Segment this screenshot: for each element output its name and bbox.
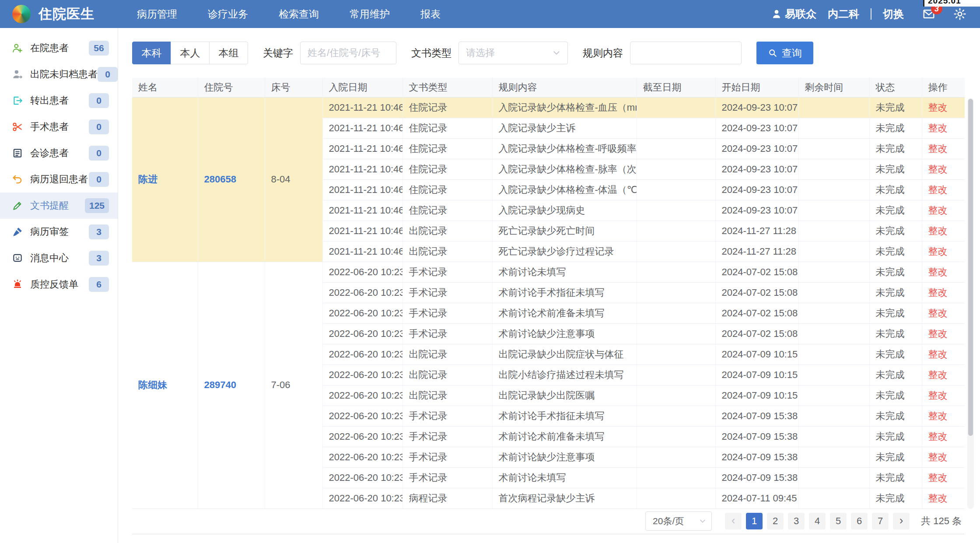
tab-this-department[interactable]: 本科	[132, 42, 171, 64]
sidebar-item-label: 出院未归档患者	[30, 68, 98, 81]
due-date-cell	[637, 344, 715, 364]
page-button-4[interactable]: 4	[809, 513, 826, 529]
settings-button[interactable]	[953, 7, 967, 21]
remaining-time-cell	[798, 282, 869, 303]
sidebar-item-count: 3	[89, 224, 109, 239]
scrollbar-thumb[interactable]	[968, 99, 973, 436]
col-start-date: 开始日期	[715, 78, 798, 97]
due-date-cell	[637, 200, 715, 221]
action-link[interactable]: 整改	[922, 447, 965, 467]
table-row: 陈进2806588-042021-11-21 10:46住院记录入院记录缺少体格…	[132, 97, 965, 118]
page-button-5[interactable]: 5	[830, 513, 847, 529]
start-date-cell: 2024-07-02 15:08	[715, 282, 798, 303]
action-link[interactable]: 整改	[922, 282, 965, 303]
search-button[interactable]: 查询	[756, 42, 813, 64]
start-date-cell: 2024-07-02 15:08	[715, 262, 798, 282]
pagination-bar: 20条/页 ‹ 1234567 › 共 125 条	[132, 509, 964, 534]
page-button-2[interactable]: 2	[767, 513, 784, 529]
page-button-6[interactable]: 6	[851, 513, 868, 529]
sidebar-item-inpatients[interactable]: 在院患者 56	[0, 35, 118, 61]
action-link[interactable]: 整改	[922, 467, 965, 488]
col-status: 状态	[869, 78, 922, 97]
menu-item-maintenance[interactable]: 常用维护	[334, 0, 405, 28]
patient-name-link[interactable]: 陈进	[132, 97, 198, 262]
admit-date-cell: 2021-11-21 10:46	[322, 159, 402, 179]
action-link[interactable]: 整改	[922, 97, 965, 118]
table-header-row: 姓名 住院号 床号 入院日期 文书类型 规则内容 截至日期 开始日期 剩余时间 …	[132, 78, 965, 97]
action-link[interactable]: 整改	[922, 221, 965, 241]
admit-date-cell: 2022-06-20 10:23	[322, 406, 402, 426]
admission-no-link[interactable]: 289740	[198, 262, 265, 508]
rule-content-cell: 出院记录缺少出院症状与体征	[492, 344, 637, 364]
sidebar-item-surgery-patients[interactable]: 手术患者 0	[0, 114, 118, 140]
page-button-3[interactable]: 3	[788, 513, 805, 529]
sidebar-item-count: 0	[89, 93, 109, 108]
admit-date-cell: 2021-11-21 10:46	[322, 221, 402, 241]
user-menu[interactable]: 易联众	[771, 7, 816, 21]
doc-type-select[interactable]: 请选择	[458, 42, 568, 64]
action-link[interactable]: 整改	[922, 241, 965, 262]
action-link[interactable]: 整改	[922, 303, 965, 323]
due-date-cell	[637, 221, 715, 241]
sidebar-item-returned-records[interactable]: 病历退回患者 0	[0, 166, 118, 193]
action-link[interactable]: 整改	[922, 200, 965, 221]
admission-no-link[interactable]: 280658	[198, 97, 265, 262]
remaining-time-cell	[798, 467, 869, 488]
action-link[interactable]: 整改	[922, 118, 965, 138]
menu-item-reports[interactable]: 报表	[405, 0, 456, 28]
action-link[interactable]: 整改	[922, 262, 965, 282]
menu-item-search[interactable]: 检索查询	[263, 0, 334, 28]
status-cell: 未完成	[869, 344, 922, 364]
sidebar-item-doc-reminders[interactable]: 文书提醒 125	[0, 193, 118, 219]
action-link[interactable]: 整改	[922, 364, 965, 385]
action-link[interactable]: 整改	[922, 138, 965, 159]
menu-item-records[interactable]: 病历管理	[122, 0, 192, 28]
due-date-cell	[637, 488, 715, 508]
prev-page-button[interactable]: ‹	[725, 513, 742, 529]
due-date-cell	[637, 179, 715, 200]
sidebar-item-message-center[interactable]: 消息中心 3	[0, 245, 118, 271]
admit-date-cell: 2022-06-20 10:23	[322, 303, 402, 323]
action-link[interactable]: 整改	[922, 159, 965, 179]
status-cell: 未完成	[869, 282, 922, 303]
status-cell: 未完成	[869, 97, 922, 118]
doc-type-cell: 住院记录	[402, 138, 492, 159]
action-link[interactable]: 整改	[922, 488, 965, 508]
page-button-1[interactable]: 1	[746, 513, 763, 529]
action-link[interactable]: 整改	[922, 323, 965, 344]
tab-my-group[interactable]: 本组	[209, 42, 248, 64]
tab-mine[interactable]: 本人	[171, 42, 210, 64]
sidebar-item-transferred-out[interactable]: 转出患者 0	[0, 88, 118, 114]
start-date-cell: 2024-07-09 10:15	[715, 344, 798, 364]
start-date-cell: 2024-07-09 10:15	[715, 364, 798, 385]
action-link[interactable]: 整改	[922, 179, 965, 200]
switch-button[interactable]: 切换	[883, 7, 904, 21]
doc-type-cell: 病程记录	[402, 488, 492, 508]
pen-nib-icon	[11, 226, 24, 238]
remaining-time-cell	[798, 159, 869, 179]
keyword-input[interactable]	[300, 42, 396, 64]
due-date-cell	[637, 138, 715, 159]
action-link[interactable]: 整改	[922, 406, 965, 426]
page-button-7[interactable]: 7	[872, 513, 889, 529]
menu-item-clinical[interactable]: 诊疗业务	[192, 0, 263, 28]
doc-type-cell: 手术记录	[402, 426, 492, 447]
reminder-table: 姓名 住院号 床号 入院日期 文书类型 规则内容 截至日期 开始日期 剩余时间 …	[132, 78, 964, 509]
sidebar-item-consultation-patients[interactable]: 会诊患者 0	[0, 140, 118, 166]
rule-input[interactable]	[630, 42, 742, 64]
table-scrollbar[interactable]	[967, 98, 974, 509]
col-rule: 规则内容	[492, 78, 637, 97]
sidebar-item-discharged-unarchived[interactable]: 出院未归档患者 0	[0, 61, 118, 88]
action-link[interactable]: 整改	[922, 344, 965, 364]
rule-content-cell: 入院记录缺少体格检查-血压（mm...	[492, 97, 637, 118]
page-size-select[interactable]: 20条/页	[645, 511, 712, 531]
action-link[interactable]: 整改	[922, 426, 965, 447]
next-page-button[interactable]: ›	[893, 513, 910, 529]
col-admission-no: 住院号	[198, 78, 265, 97]
action-link[interactable]: 整改	[922, 385, 965, 406]
sidebar-item-record-review[interactable]: 病历审签 3	[0, 219, 118, 245]
sidebar-item-qc-feedback[interactable]: 质控反馈单 6	[0, 271, 118, 298]
mail-button[interactable]: 3	[922, 7, 935, 21]
department-label[interactable]: 内二科	[828, 7, 859, 21]
patient-name-link[interactable]: 陈细妹	[132, 262, 198, 508]
